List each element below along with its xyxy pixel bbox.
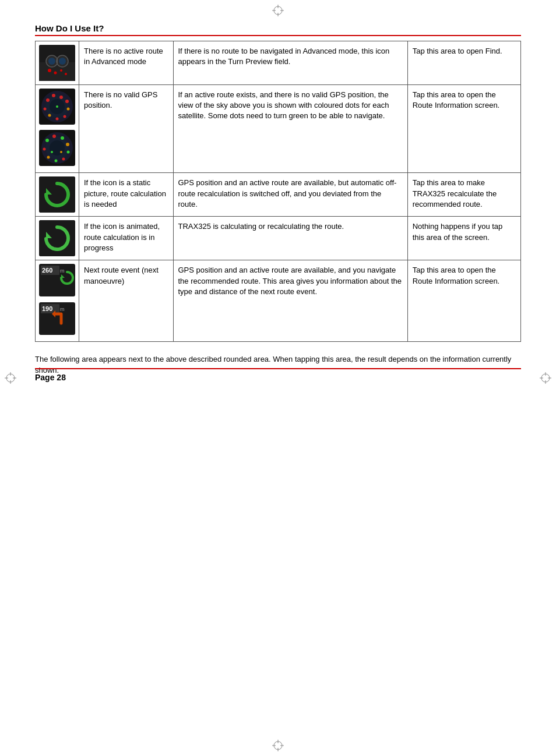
- table-row: There is no active route in Advanced mod…: [36, 41, 521, 85]
- svg-text:m: m: [60, 306, 65, 312]
- svg-rect-21: [39, 62, 75, 81]
- svg-point-36: [52, 94, 55, 97]
- page-number: Page 28: [35, 373, 66, 382]
- next-event-top-icon: 260 m: [39, 264, 75, 299]
- svg-point-30: [65, 73, 67, 75]
- detail-cell-4: TRAX325 is calculating or recalculating …: [173, 217, 407, 260]
- svg-point-39: [67, 108, 70, 111]
- table-row: If the icon is a static picture, route c…: [36, 173, 521, 217]
- svg-point-44: [56, 105, 58, 108]
- page-footer: Page 28: [35, 368, 521, 382]
- svg-point-24: [48, 58, 55, 65]
- svg-point-37: [59, 96, 63, 99]
- svg-point-55: [55, 160, 58, 162]
- svg-point-25: [59, 58, 66, 65]
- svg-point-59: [60, 151, 62, 153]
- svg-text:m: m: [60, 268, 65, 274]
- svg-point-49: [45, 139, 49, 142]
- svg-point-53: [67, 151, 70, 154]
- crosshair-bottom-icon: [272, 740, 284, 751]
- svg-point-48: [50, 140, 65, 156]
- section-title: How Do I Use It?: [35, 23, 521, 36]
- icon-cell-5: 260 m 190 m: [36, 260, 79, 341]
- table-row: If the icon is animated, route calculati…: [36, 217, 521, 260]
- description-cell-3: If the icon is a static picture, route c…: [79, 173, 174, 217]
- svg-point-50: [52, 135, 56, 138]
- action-cell-2: Tap this area to open the Route Informat…: [407, 85, 520, 173]
- action-cell-3: Tap this area to make TRAX325 recalculat…: [407, 173, 520, 217]
- action-cell-1: Tap this area to open Find.: [407, 41, 520, 85]
- recalc-static-icon: [39, 176, 75, 213]
- svg-point-41: [56, 118, 59, 121]
- svg-point-35: [46, 98, 50, 102]
- svg-point-28: [54, 72, 57, 75]
- table-row: 260 m 190 m: [36, 260, 521, 341]
- icon-cell-1: [36, 41, 79, 85]
- svg-point-51: [61, 136, 64, 140]
- svg-point-27: [48, 69, 51, 72]
- description-cell-2: There is no valid GPS position.: [79, 85, 174, 173]
- svg-point-38: [65, 100, 69, 103]
- detail-cell-3: GPS position and an active route are ava…: [173, 173, 407, 217]
- page-container: How Do I Use It?: [0, 0, 556, 400]
- recalc-animated-icon: [39, 220, 75, 256]
- svg-point-43: [44, 108, 47, 111]
- svg-point-54: [62, 158, 65, 161]
- description-cell-1: There is no active route in Advanced mod…: [79, 41, 174, 85]
- icon-cell-2: [36, 85, 79, 173]
- action-cell-5: Tap this area to open the Route Informat…: [407, 260, 520, 341]
- svg-text:190: 190: [42, 305, 52, 312]
- icon-cell-4: [36, 217, 79, 260]
- detail-cell-1: If there is no route to be navigated in …: [173, 41, 407, 85]
- info-table: There is no active route in Advanced mod…: [35, 41, 521, 342]
- svg-point-52: [66, 143, 69, 146]
- gps-sky-top-icon: [39, 89, 75, 128]
- icon-cell-3: [36, 173, 79, 217]
- svg-point-56: [47, 156, 50, 159]
- svg-point-57: [43, 148, 46, 151]
- table-row: There is no valid GPS position. If an ac…: [36, 85, 521, 173]
- svg-point-58: [51, 151, 53, 153]
- detail-cell-5: GPS position and an active route are ava…: [173, 260, 407, 341]
- detail-cell-2: If an active route exists, and there is …: [173, 85, 407, 173]
- next-event-bottom-icon: 190 m: [39, 302, 75, 338]
- svg-point-29: [60, 69, 62, 72]
- no-route-icon: [39, 45, 75, 81]
- svg-rect-26: [57, 59, 58, 63]
- description-cell-5: Next route event (next manoeuvre): [79, 260, 174, 341]
- gps-sky-bottom-icon: [39, 130, 75, 169]
- svg-text:260: 260: [42, 267, 52, 274]
- svg-point-40: [64, 115, 66, 118]
- action-cell-4: Nothing happens if you tap this area of …: [407, 217, 520, 260]
- svg-point-42: [48, 114, 51, 117]
- description-cell-4: If the icon is animated, route calculati…: [79, 217, 174, 260]
